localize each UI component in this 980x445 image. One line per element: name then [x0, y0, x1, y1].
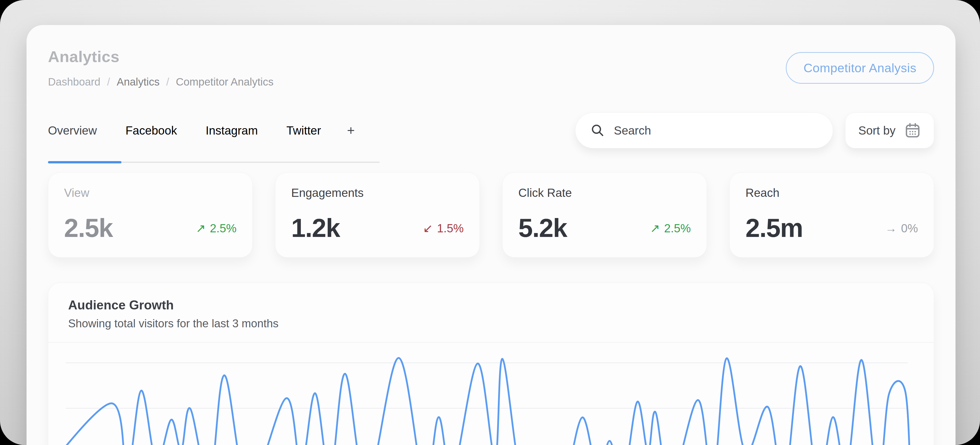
stat-delta-value: 1.5%: [437, 221, 464, 235]
stat-delta-value: 2.5%: [664, 221, 691, 235]
sort-by-button[interactable]: Sort by: [845, 113, 934, 148]
stat-label: Engagements: [291, 186, 464, 199]
tab-active-indicator: [48, 161, 121, 163]
stat-card-reach[interactable]: Reach 2.5m → 0%: [729, 172, 934, 258]
app-content: Analytics Dashboard/Analytics/Competitor…: [27, 25, 956, 445]
stat-label: Reach: [746, 186, 918, 199]
chart-title: Audience Growth: [68, 298, 914, 313]
page-header: Analytics Dashboard/Analytics/Competitor…: [48, 48, 934, 88]
stats-row: View 2.5k ↗ 2.5% Engagements 1.2k ↙ 1.5%…: [48, 172, 934, 258]
stat-label: View: [64, 186, 237, 199]
stat-delta: ↗ 2.5%: [196, 221, 237, 235]
chart-header: Audience Growth Showing total visitors f…: [48, 283, 934, 343]
tab-underline-track: [48, 162, 380, 163]
stat-delta-value: 2.5%: [210, 221, 237, 235]
competitor-analysis-button[interactable]: Competitor Analysis: [786, 52, 934, 84]
chart-line: [48, 358, 911, 445]
stat-label: Click Rate: [518, 186, 691, 199]
add-tab-button[interactable]: +: [347, 123, 355, 138]
breadcrumb: Dashboard/Analytics/Competitor Analytics: [48, 76, 274, 88]
stat-value: 2.5m: [746, 213, 803, 243]
tab-bar: OverviewFacebookInstagramTwitter+: [48, 123, 355, 138]
trend-arrow-down-icon: ↙: [423, 221, 433, 235]
stat-card-view[interactable]: View 2.5k ↗ 2.5%: [48, 172, 253, 258]
breadcrumb-separator: /: [107, 76, 110, 88]
app-window: Analytics Dashboard/Analytics/Competitor…: [27, 25, 956, 445]
chart-subtitle: Showing total visitors for the last 3 mo…: [68, 317, 914, 330]
stat-card-engagements[interactable]: Engagements 1.2k ↙ 1.5%: [275, 172, 480, 258]
breadcrumb-item-competitor-analytics[interactable]: Competitor Analytics: [176, 76, 274, 88]
trend-arrow-up-icon: ↗: [650, 221, 660, 235]
trend-arrow-up-icon: ↗: [196, 221, 206, 235]
stat-value: 2.5k: [64, 213, 113, 243]
tab-instagram[interactable]: Instagram: [206, 124, 258, 137]
sort-by-label: Sort by: [858, 124, 896, 137]
tab-twitter[interactable]: Twitter: [286, 124, 321, 137]
stat-value: 5.2k: [518, 213, 567, 243]
desktop-background: Analytics Dashboard/Analytics/Competitor…: [0, 0, 980, 445]
stat-delta: → 0%: [885, 221, 918, 235]
stat-bottom-row: 1.2k ↙ 1.5%: [291, 213, 464, 243]
stat-bottom-row: 2.5m → 0%: [746, 213, 918, 243]
audience-growth-chart: [48, 343, 934, 445]
audience-growth-card: Audience Growth Showing total visitors f…: [48, 282, 934, 445]
stat-delta: ↗ 2.5%: [650, 221, 691, 235]
trend-arrow-flat-icon: →: [885, 221, 897, 235]
breadcrumb-item-analytics[interactable]: Analytics: [117, 76, 159, 88]
search-input[interactable]: [614, 124, 818, 137]
controls-row: OverviewFacebookInstagramTwitter+ Sort b…: [48, 113, 934, 148]
title-block: Analytics Dashboard/Analytics/Competitor…: [48, 48, 274, 88]
stat-value: 1.2k: [291, 213, 340, 243]
breadcrumb-item-dashboard[interactable]: Dashboard: [48, 76, 100, 88]
tab-facebook[interactable]: Facebook: [126, 124, 177, 137]
calendar-icon: [904, 122, 921, 139]
page-title: Analytics: [48, 48, 274, 65]
stat-card-click-rate[interactable]: Click Rate 5.2k ↗ 2.5%: [502, 172, 707, 258]
stat-delta: ↙ 1.5%: [423, 221, 464, 235]
tab-overview[interactable]: Overview: [48, 124, 97, 137]
stat-bottom-row: 2.5k ↗ 2.5%: [64, 213, 237, 243]
breadcrumb-separator: /: [166, 76, 169, 88]
stat-delta-value: 0%: [901, 221, 918, 235]
stat-bottom-row: 5.2k ↗ 2.5%: [518, 213, 691, 243]
search-box[interactable]: [575, 113, 833, 148]
search-icon: [590, 123, 605, 138]
